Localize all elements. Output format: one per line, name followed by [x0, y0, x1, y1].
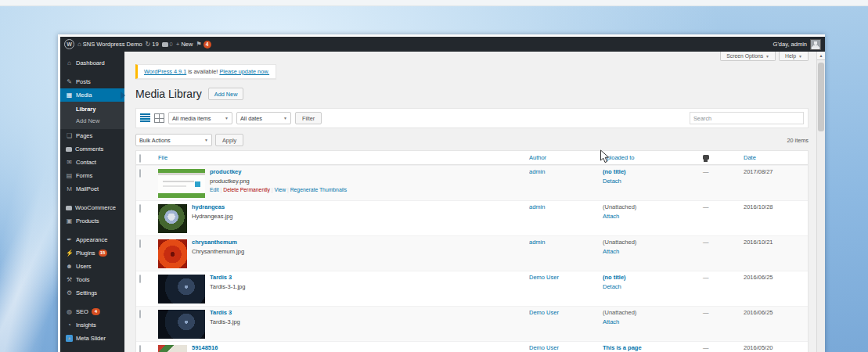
select-all-checkbox[interactable] — [139, 154, 141, 163]
row-action-edit[interactable]: Edit — [210, 187, 219, 192]
wordpress-version-link[interactable]: WordPress 4.9.1 — [144, 68, 186, 75]
media-thumbnail[interactable] — [158, 310, 205, 339]
grid-view-icon[interactable] — [154, 113, 164, 123]
row-checkbox[interactable] — [139, 345, 141, 352]
unattached-label: (Unattached) — [603, 239, 697, 246]
row-checkbox[interactable] — [139, 310, 141, 318]
products-icon: ▣ — [66, 217, 73, 224]
column-header-author[interactable]: Author — [526, 152, 600, 163]
sidebar-subitem-library[interactable]: Library — [60, 103, 124, 115]
sidebar-subitem-add-new[interactable]: Add New — [60, 115, 124, 127]
media-filename: Tardis-3-1.jpg — [210, 283, 245, 290]
sidebar-item-settings[interactable]: ⚙Settings — [60, 286, 124, 300]
attach-detach-link[interactable]: Detach — [603, 283, 621, 290]
apply-button[interactable]: Apply — [215, 134, 243, 146]
wordpress-logo-icon[interactable]: W — [64, 39, 74, 49]
sidebar-item-contact[interactable]: ✉Contact — [60, 156, 124, 169]
media-title-link[interactable]: 59148516 — [192, 344, 218, 351]
uploaded-page-link[interactable]: (no title) — [603, 168, 697, 175]
column-header-date[interactable]: Date — [740, 152, 808, 163]
media-thumbnail[interactable] — [158, 204, 187, 233]
uploaded-page-link[interactable]: (no title) — [603, 274, 697, 281]
user-greeting[interactable]: G'day, admin — [773, 41, 807, 48]
sidebar-item-products[interactable]: ▣Products — [60, 214, 124, 228]
filter-button[interactable]: Filter — [295, 112, 322, 124]
media-thumbnail[interactable] — [158, 169, 205, 198]
bulk-actions-select[interactable]: Bulk Actions ▼ — [135, 134, 212, 146]
attach-detach-link[interactable]: Detach — [603, 178, 621, 185]
site-name-link[interactable]: ⌂ SNS Wordpress Demo — [77, 41, 142, 48]
sidebar-item-users[interactable]: ☻Users — [60, 260, 124, 273]
contact-icon: ✉ — [66, 159, 73, 166]
sidebar-item-media[interactable]: ▦Media — [60, 88, 124, 102]
attach-detach-link[interactable]: Attach — [603, 318, 619, 325]
sidebar-item-label: Plugins — [76, 250, 95, 257]
sidebar-item-woocommerce[interactable]: WooCommerce — [60, 201, 124, 214]
author-cell: admin — [526, 166, 600, 178]
site-name: SNS Wordpress Demo — [83, 41, 142, 48]
media-title-link[interactable]: hydrangeas — [192, 203, 225, 210]
author-link[interactable]: admin — [529, 203, 545, 210]
list-view-icon[interactable] — [140, 113, 150, 123]
row-checkbox[interactable] — [139, 239, 141, 248]
attach-detach-link[interactable]: Attach — [603, 213, 619, 220]
media-title-link[interactable]: Tardis 3 — [210, 309, 232, 316]
window-scrollbar[interactable]: ▲ — [816, 52, 825, 352]
row-checkbox[interactable] — [139, 204, 141, 213]
author-link[interactable]: Demo User — [529, 344, 559, 351]
sidebar-item-insights[interactable]: ◔Insights — [60, 318, 124, 332]
media-thumbnail[interactable] — [158, 275, 205, 304]
help-button[interactable]: Help ▼ — [779, 52, 809, 61]
media-title-link[interactable]: Tardis 3 — [210, 274, 232, 281]
comments-link[interactable]: 0 — [162, 41, 173, 48]
column-header-comments-icon[interactable] — [703, 155, 709, 160]
sidebar-item-comments[interactable]: Comments — [60, 142, 124, 156]
sidebar-item-meta-slider[interactable]: ▲Meta Slider — [60, 332, 124, 345]
new-content-link[interactable]: + New — [176, 41, 193, 48]
scrollbar-thumb[interactable] — [818, 63, 824, 131]
sidebar-item-dashboard[interactable]: ⌂Dashboard — [60, 56, 124, 70]
users-icon: ☻ — [66, 263, 73, 270]
author-link[interactable]: admin — [529, 239, 545, 246]
column-header-uploaded-to[interactable]: Uploaded to — [600, 152, 700, 163]
sidebar-item-forms[interactable]: ▤Forms — [60, 169, 124, 182]
author-link[interactable]: admin — [529, 168, 545, 175]
help-label: Help — [785, 53, 796, 59]
uploaded-page-link[interactable]: This is a page — [603, 344, 697, 351]
attach-detach-link[interactable]: Attach — [603, 248, 619, 255]
author-link[interactable]: Demo User — [529, 309, 559, 316]
sidebar-item-mailpoet[interactable]: MMailPoet — [60, 182, 124, 196]
screen-options-button[interactable]: Screen Options ▼ — [720, 52, 776, 61]
author-link[interactable]: Demo User — [529, 274, 559, 281]
row-action-delete-permanently[interactable]: Delete Permanently — [223, 187, 270, 192]
media-thumbnail[interactable] — [158, 239, 187, 268]
media-title-link[interactable]: chrysanthemum — [192, 239, 237, 246]
updates-link[interactable]: ↻ 19 — [146, 41, 159, 48]
sidebar-menu: ⌂Dashboard✎Posts▦MediaLibraryAdd New❏Pag… — [60, 56, 124, 352]
row-checkbox[interactable] — [139, 275, 141, 283]
sidebar-item-seo[interactable]: ◍SEO4 — [60, 305, 124, 318]
sidebar-item-appearance[interactable]: ✒Appearance — [60, 233, 124, 246]
comment-count: 0 — [170, 41, 173, 48]
column-header-file[interactable]: File — [155, 152, 526, 163]
row-action-view[interactable]: View — [275, 187, 286, 192]
sidebar-item-plugins[interactable]: ⚡Plugins15 — [60, 246, 124, 260]
search-input[interactable] — [690, 112, 804, 124]
row-checkbox-cell — [136, 342, 155, 352]
sidebar-item-posts[interactable]: ✎Posts — [60, 75, 124, 88]
row-action-regenerate-thumbnails[interactable]: Regenerate Thumbnails — [290, 187, 347, 192]
avatar[interactable] — [810, 39, 821, 50]
sidebar-item-label: Products — [76, 217, 99, 224]
comment-count-dash: — — [703, 168, 709, 175]
update-now-link[interactable]: Please update now. — [219, 68, 269, 75]
seo-notifications-link[interactable]: ⚑ 4 — [196, 41, 211, 48]
date-filter-select[interactable]: All dates ▼ — [236, 112, 291, 124]
add-new-button[interactable]: Add New — [208, 88, 244, 100]
scrollbar-up-arrow-icon[interactable]: ▲ — [817, 52, 825, 60]
media-title-link[interactable]: productkey — [210, 168, 241, 175]
media-thumbnail[interactable] — [158, 345, 187, 352]
row-checkbox[interactable] — [139, 169, 141, 178]
media-type-filter-select[interactable]: All media items ▼ — [168, 112, 232, 124]
sidebar-item-pages[interactable]: ❏Pages — [60, 129, 124, 142]
sidebar-item-tools[interactable]: ⚒Tools — [60, 273, 124, 286]
